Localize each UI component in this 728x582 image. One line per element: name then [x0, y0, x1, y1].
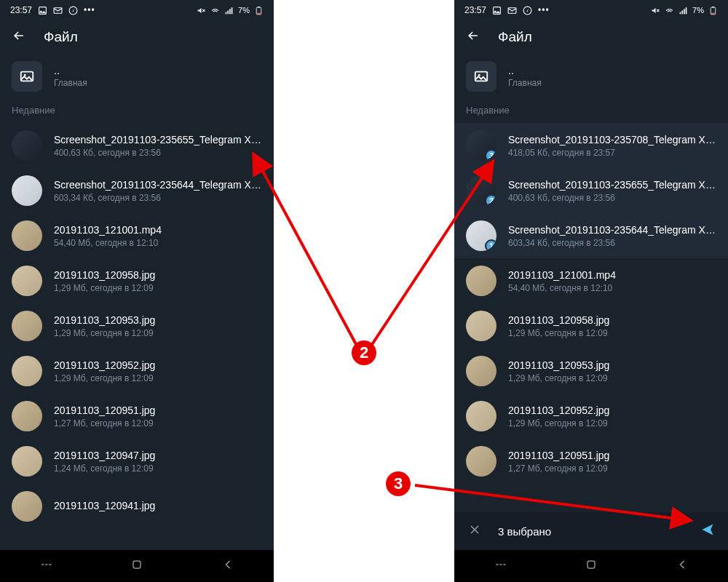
svg-rect-5 — [226, 12, 227, 14]
svg-rect-24 — [681, 10, 683, 14]
file-thumb — [466, 446, 496, 477]
file-name: 20191103_120947.jpg — [54, 450, 262, 461]
mute-icon — [651, 6, 660, 15]
file-row[interactable]: 2Screenshot_20191103-235655_Telegram X.j… — [454, 168, 728, 213]
file-meta: 1,29 Мб, сегодня в 12:09 — [54, 373, 262, 383]
android-navbar — [454, 550, 728, 582]
file-thumb — [12, 356, 42, 386]
folder-up-row[interactable]: .. Главная — [454, 54, 728, 105]
file-thumb — [12, 491, 42, 522]
svg-rect-29 — [712, 7, 714, 7]
file-row[interactable]: 20191103_120953.jpg1,29 Мб, сегодня в 12… — [454, 348, 728, 394]
signal-icon — [678, 6, 688, 15]
back-icon[interactable] — [466, 28, 480, 46]
close-icon[interactable] — [467, 522, 482, 540]
file-thumb — [12, 311, 42, 341]
file-row[interactable]: 20191103_120941.jpg — [0, 484, 274, 529]
file-meta: 418,05 Кб, сегодня в 23:57 — [508, 148, 716, 158]
file-name: 20191103_120951.jpg — [508, 450, 716, 461]
file-name: 20191103_120952.jpg — [508, 404, 716, 416]
file-thumb: 1 — [466, 220, 496, 251]
file-meta: 54,40 Мб, сегодня в 12:10 — [54, 238, 262, 248]
file-row[interactable]: Screenshot_20191103-235655_Telegram X.jp… — [0, 123, 274, 168]
folder-name: .. — [54, 65, 87, 76]
file-row[interactable]: 20191103_120951.jpg1,27 Мб, сегодня в 12… — [454, 439, 728, 484]
callout-2: 2 — [352, 340, 376, 365]
file-thumb — [12, 220, 42, 251]
svg-rect-10 — [257, 12, 261, 14]
image-icon — [466, 61, 496, 92]
more-icon: ••• — [84, 5, 95, 15]
file-meta: 1,29 Мб, сегодня в 12:09 — [508, 418, 716, 428]
folder-sub: Главная — [508, 78, 542, 88]
file-row[interactable]: 20191103_120953.jpg1,29 Мб, сегодня в 12… — [0, 303, 274, 348]
nav-back-icon[interactable] — [675, 557, 689, 575]
nav-home-icon[interactable] — [130, 557, 144, 575]
file-thumb: 2 — [466, 175, 496, 206]
file-row[interactable]: 3Screenshot_20191103-235708_Telegram X.j… — [454, 123, 728, 168]
file-meta: 1,27 Мб, сегодня в 12:09 — [508, 463, 716, 474]
nav-home-icon[interactable] — [584, 557, 598, 575]
file-name: 20191103_120941.jpg — [54, 500, 262, 511]
folder-name: .. — [508, 65, 542, 76]
file-meta: 1,27 Мб, сегодня в 12:09 — [54, 418, 262, 428]
file-row[interactable]: 20191103_120947.jpg1,24 Мб, сегодня в 12… — [0, 439, 274, 484]
appbar: Файл — [454, 20, 728, 54]
gallery-icon — [38, 6, 47, 15]
phone-left: 23:57 ••• 7% Файл .. Главная Недавние Sc… — [0, 0, 274, 582]
telegram-icon — [68, 6, 78, 15]
section-recent: Недавние — [454, 105, 728, 123]
file-thumb — [12, 401, 42, 431]
file-name: 20191103_121001.mp4 — [54, 224, 262, 236]
file-list-left: Screenshot_20191103-235655_Telegram X.jp… — [0, 123, 274, 529]
file-row[interactable]: 20191103_120958.jpg1,29 Мб, сегодня в 12… — [454, 303, 728, 348]
status-time: 23:57 — [10, 5, 32, 15]
file-name: Screenshot_20191103-235708_Telegram X.jp… — [508, 134, 716, 146]
battery-pct: 7% — [692, 6, 704, 15]
file-meta: 1,29 Мб, сегодня в 12:09 — [54, 328, 262, 338]
back-icon[interactable] — [12, 28, 26, 46]
file-row[interactable]: 20191103_120952.jpg1,29 Мб, сегодня в 12… — [454, 394, 728, 439]
file-thumb — [466, 401, 496, 431]
nav-recents-icon[interactable] — [39, 557, 53, 575]
svg-rect-35 — [587, 561, 595, 568]
file-meta: 400,63 Кб, сегодня в 23:56 — [54, 148, 262, 158]
file-row[interactable]: 20191103_120952.jpg1,29 Мб, сегодня в 12… — [0, 348, 274, 394]
file-name: Screenshot_20191103-235655_Telegram X.jp… — [54, 134, 262, 146]
nav-back-icon[interactable] — [221, 557, 235, 575]
file-meta: 54,40 Мб, сегодня в 12:10 — [508, 283, 716, 293]
appbar: Файл — [0, 20, 274, 54]
send-icon[interactable] — [700, 522, 715, 540]
image-icon — [12, 61, 42, 92]
file-name: 20191103_120953.jpg — [508, 359, 716, 371]
signal-icon — [224, 6, 234, 15]
file-row[interactable]: Screenshot_20191103-235644_Telegram X.jp… — [0, 168, 274, 213]
selection-badge: 2 — [485, 194, 496, 206]
file-meta: 1,24 Мб, сегодня в 12:09 — [54, 463, 262, 474]
appbar-title: Файл — [498, 29, 532, 45]
more-icon: ••• — [538, 5, 550, 15]
statusbar: 23:57 ••• 7% — [454, 0, 728, 20]
nav-recents-icon[interactable] — [493, 557, 507, 575]
mail-icon — [53, 6, 63, 15]
status-time: 23:57 — [464, 5, 486, 15]
callout-3: 3 — [386, 471, 411, 496]
mute-icon — [197, 6, 206, 15]
file-row[interactable]: 20191103_121001.mp454,40 Мб, сегодня в 1… — [0, 213, 274, 258]
svg-rect-23 — [680, 12, 681, 14]
file-row[interactable]: 20191103_121001.mp454,40 Мб, сегодня в 1… — [454, 258, 728, 303]
file-thumb — [12, 175, 42, 206]
file-row[interactable]: 20191103_120958.jpg1,29 Мб, сегодня в 12… — [0, 258, 274, 303]
folder-sub: Главная — [54, 78, 87, 88]
selection-badge: 3 — [485, 149, 496, 161]
file-row[interactable]: 1Screenshot_20191103-235644_Telegram X.j… — [454, 213, 728, 258]
file-row[interactable]: 20191103_120951.jpg1,27 Мб, сегодня в 12… — [0, 394, 274, 439]
svg-rect-17 — [133, 561, 141, 568]
appbar-title: Файл — [44, 29, 78, 45]
svg-rect-26 — [686, 7, 687, 14]
svg-rect-6 — [227, 10, 229, 14]
battery-icon — [254, 6, 264, 15]
file-name: 20191103_120952.jpg — [54, 359, 262, 371]
phone-right: 23:57 ••• 7% Файл .. Главная Недавние 3S… — [454, 0, 728, 582]
folder-up-row[interactable]: .. Главная — [0, 54, 274, 105]
